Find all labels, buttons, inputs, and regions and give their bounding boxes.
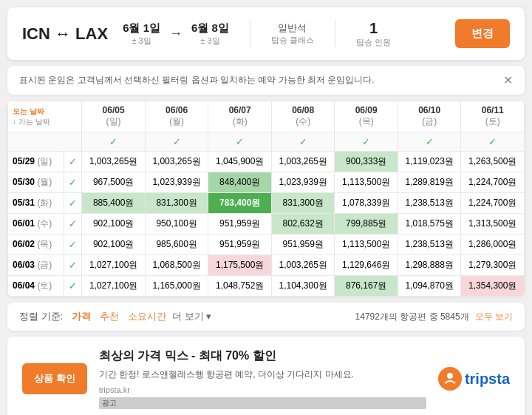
divider-1 [250, 21, 250, 47]
col-header-0607[interactable]: 06/07 (화) [208, 101, 272, 132]
price-cell[interactable]: 1,045,900원 [208, 152, 272, 172]
price-cell[interactable]: 1,129,646원 [335, 255, 398, 276]
table-row: 06/04 (토)✓1,027,100원1,165,000원1,048,752원… [8, 276, 525, 297]
price-cell[interactable]: 900,333원 [335, 152, 398, 172]
price-cell[interactable]: 1,003,265원 [271, 255, 335, 276]
class-section: 일반석 탑승 클래스 [271, 21, 314, 46]
sort-label: 정렬 기준: [19, 310, 63, 323]
price-cell[interactable]: 876,167원 [335, 276, 398, 297]
header-label: 오는 날짜 ↓ 가는 날짜 [8, 101, 82, 132]
table-row: 05/31 (화)✓885,400원831,300원783,400원831,30… [8, 193, 525, 214]
price-cell[interactable]: 799,885원 [335, 214, 398, 235]
sort-duration[interactable]: 소요시간 [125, 310, 169, 323]
price-cell[interactable]: 885,400원 [82, 193, 146, 214]
row-date-label: 06/04 (토) [8, 276, 64, 297]
change-button[interactable]: 변경 [455, 19, 510, 48]
price-cell[interactable]: 783,400원 [208, 193, 272, 214]
price-cell[interactable]: 967,500원 [82, 172, 146, 193]
price-cell[interactable]: 1,289,819원 [398, 172, 461, 193]
price-cell[interactable]: 1,113,500원 [335, 235, 398, 255]
price-cell[interactable]: 1,068,500원 [145, 255, 208, 276]
col-header-0608[interactable]: 06/08 (수) [271, 101, 335, 132]
info-text: 표시된 운임은 고객님께서 선택하신 필터링 옵션과 일치하는 예약 가능한 최… [19, 74, 375, 87]
ad-content: 최상의 가격 믹스 - 최대 70% 할인 기간 한정! 로스앤젤레스행 항공편… [99, 348, 426, 409]
table-row: 06/02 (목)✓902,100원985,600원951,959원951,95… [8, 235, 525, 255]
price-cell[interactable]: 1,263,500원 [461, 152, 525, 172]
sort-bar: 정렬 기준: 가격 추천 소요시간 더 보기 ▾ 14792개의 항공편 중 5… [7, 303, 525, 331]
col-header-0606[interactable]: 06/06 (월) [145, 101, 208, 132]
row-date-label: 06/03 (금) [8, 255, 64, 276]
price-cell[interactable]: 1,354,300원 [461, 276, 525, 297]
price-cell[interactable]: 1,027,100원 [82, 255, 146, 276]
price-cell[interactable]: 1,023,939원 [271, 172, 335, 193]
route-label: ICN ↔ LAX [22, 24, 108, 44]
price-cell[interactable]: 1,048,752원 [208, 276, 272, 297]
price-cell[interactable]: 1,078,339원 [335, 193, 398, 214]
price-cell[interactable]: 1,003,265원 [82, 152, 146, 172]
row-date-label: 06/01 (수) [8, 214, 64, 235]
price-grid-card: 오는 날짜 ↓ 가는 날짜 06/05 (일) 06/06 (월) 06/07 … [7, 101, 525, 297]
ad-desc: 기간 한정! 로스앤젤레스행 항공편 예약, 더이상 기다리지 마세요. [99, 368, 426, 381]
price-cell[interactable]: 1,175,500원 [208, 255, 272, 276]
check-0607: ✓ [208, 132, 272, 152]
row-check: ✓ [64, 214, 82, 235]
return-sub: ± 3일 [191, 36, 229, 47]
col-header-0605[interactable]: 06/05 (일) [82, 101, 146, 132]
price-cell[interactable]: 1,238,513원 [398, 193, 461, 214]
price-cell[interactable]: 1,023,939원 [145, 172, 208, 193]
price-cell[interactable]: 985,600원 [145, 235, 208, 255]
sort-recommended[interactable]: 추천 [97, 310, 122, 323]
price-cell[interactable]: 1,238,513원 [398, 235, 461, 255]
price-cell[interactable]: 902,100원 [82, 235, 146, 255]
sort-price[interactable]: 가격 [69, 310, 94, 323]
date-arrow-icon: → [169, 26, 183, 41]
info-bar: 표시된 운임은 고객님께서 선택하신 필터링 옵션과 일치하는 예약 가능한 최… [7, 66, 525, 95]
price-cell[interactable]: 1,027,100원 [82, 276, 146, 297]
table-row: 06/01 (수)✓902,100원950,100원951,959원802,63… [8, 214, 525, 235]
price-cell[interactable]: 1,279,300원 [461, 255, 525, 276]
price-cell[interactable]: 1,298,888원 [398, 255, 461, 276]
price-cell[interactable]: 802,632원 [271, 214, 335, 235]
close-icon[interactable]: ✕ [503, 73, 513, 87]
price-cell[interactable]: 951,959원 [208, 235, 272, 255]
tripsta-icon [438, 367, 462, 391]
price-cell[interactable]: 1,094,870원 [398, 276, 461, 297]
main-container: ICN ↔ LAX 6월 1일 ± 3일 → 6월 8일 ± 3일 일반석 탑승… [7, 7, 525, 415]
price-cell[interactable]: 950,100원 [145, 214, 208, 235]
check-0611: ✓ [461, 132, 525, 152]
tripsta-logo: tripsta [438, 367, 510, 391]
price-cell[interactable]: 1,224,700원 [461, 172, 525, 193]
sort-more[interactable]: 더 보기 ▾ [172, 310, 211, 323]
price-cell[interactable]: 1,113,500원 [335, 172, 398, 193]
price-cell[interactable]: 831,300원 [271, 193, 335, 214]
row-date-label: 06/02 (목) [8, 235, 64, 255]
price-cell[interactable]: 951,959원 [271, 235, 335, 255]
price-table: 오는 날짜 ↓ 가는 날짜 06/05 (일) 06/06 (월) 06/07 … [7, 101, 525, 297]
price-cell[interactable]: 1,165,000원 [145, 276, 208, 297]
price-cell[interactable]: 902,100원 [82, 214, 146, 235]
price-cell[interactable]: 1,003,265원 [271, 152, 335, 172]
col-header-0609[interactable]: 06/09 (목) [335, 101, 398, 132]
pax-section: 1 탑승 인원 [356, 20, 391, 48]
price-cell[interactable]: 1,224,700원 [461, 193, 525, 214]
col-header-0611[interactable]: 06/11 (토) [461, 101, 525, 132]
ad-card: 상품 확인 최상의 가격 믹스 - 최대 70% 할인 기간 한정! 로스앤젤레… [7, 337, 525, 415]
tripsta-text: tripsta [465, 371, 510, 388]
row-date-label: 05/31 (화) [8, 193, 64, 214]
price-cell[interactable]: 1,018,575원 [398, 214, 461, 235]
return-date: 6월 8일 [191, 21, 229, 36]
ad-title: 최상의 가격 믹스 - 최대 70% 할인 [99, 348, 426, 364]
price-cell[interactable]: 848,400원 [208, 172, 272, 193]
price-cell[interactable]: 1,119,023원 [398, 152, 461, 172]
price-cell[interactable]: 1,104,300원 [271, 276, 335, 297]
price-cell[interactable]: 951,959원 [208, 214, 272, 235]
row-check: ✓ [64, 276, 82, 297]
sort-all[interactable]: 모두 보기 [475, 311, 513, 323]
price-cell[interactable]: 1,003,265원 [145, 152, 208, 172]
col-header-0610[interactable]: 06/10 (금) [398, 101, 461, 132]
price-cell[interactable]: 831,300원 [145, 193, 208, 214]
ad-check-button[interactable]: 상품 확인 [22, 363, 87, 394]
price-cell[interactable]: 1,286,000원 [461, 235, 525, 255]
price-cell[interactable]: 1,313,500원 [461, 214, 525, 235]
check-0605: ✓ [82, 132, 146, 152]
